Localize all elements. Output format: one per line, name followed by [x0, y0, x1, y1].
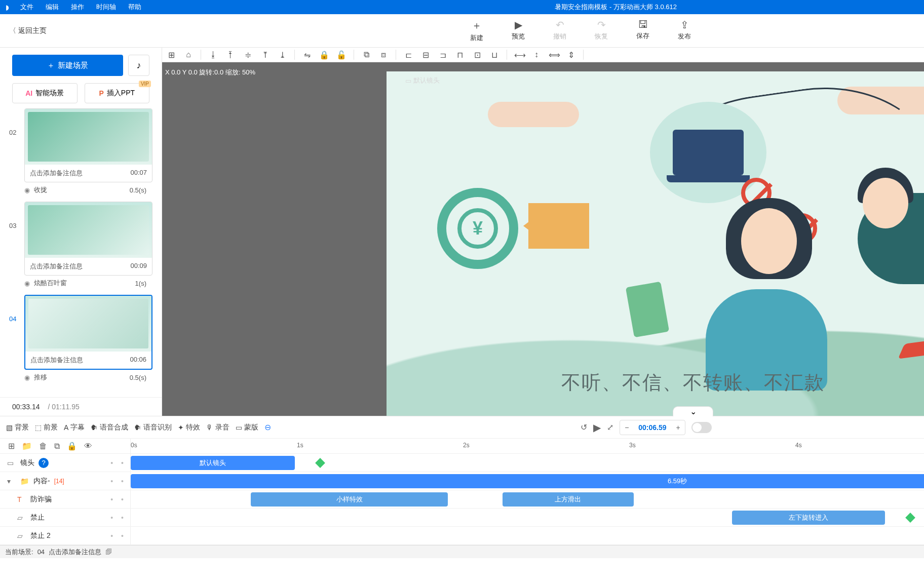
time-plus-button[interactable]: +: [672, 423, 685, 432]
tl-expand-icon[interactable]: ⤢: [607, 422, 613, 432]
align-mid-icon[interactable]: ≑: [243, 50, 253, 60]
clip-slide-top[interactable]: 上方滑出: [503, 492, 634, 507]
align-bottom-icon[interactable]: ⤓: [277, 50, 287, 60]
tl-visibility-icon[interactable]: 👁: [84, 442, 92, 451]
align-left-icon[interactable]: ⊏: [403, 50, 413, 60]
menu-file[interactable]: 文件: [14, 3, 40, 12]
tl-delete-icon[interactable]: 🗑: [39, 442, 47, 451]
statusbar: 当前场景: 04 点击添加备注信息 🗐: [0, 545, 924, 558]
publish-button[interactable]: ⇪发布: [678, 19, 691, 43]
tl-toggle-switch[interactable]: [691, 422, 712, 433]
flip-h-icon[interactable]: ⇋: [302, 50, 312, 60]
tl-subtitle-button[interactable]: A字幕: [64, 423, 85, 432]
scene-card-02[interactable]: 点击添加备注信息00:07: [24, 108, 152, 182]
undo-button[interactable]: ↶撤销: [553, 19, 566, 43]
tl-duplicate-icon[interactable]: ⧉: [54, 442, 60, 451]
time-minus-button[interactable]: −: [620, 423, 633, 432]
scene-card-04[interactable]: 点击添加备注信息00:06: [24, 295, 152, 370]
tl-background-button[interactable]: ▧背景: [6, 423, 29, 432]
total-time: / 01:11.95: [48, 403, 80, 411]
home-icon[interactable]: ⌂: [183, 50, 194, 59]
transition-row[interactable]: ◉收拢0.5(s): [9, 182, 152, 198]
menu-action[interactable]: 操作: [65, 3, 90, 12]
track-content[interactable]: ▾ 📁 内容-[14] ••: [0, 472, 131, 490]
app-logo: ◗: [0, 4, 14, 11]
time-value: 00:06.59: [633, 423, 671, 432]
back-home-button[interactable]: 〈 返回主页: [0, 26, 51, 35]
edit-icon[interactable]: 🗐: [105, 548, 112, 556]
tl-effects-button[interactable]: ✦特效: [178, 423, 200, 432]
image-icon: ▱: [17, 514, 26, 522]
tl-record-button[interactable]: 🎙录音: [206, 423, 229, 432]
scene-thumbnail: [25, 202, 152, 258]
clip-content-duration[interactable]: 6.59秒: [131, 474, 924, 488]
help-icon[interactable]: ?: [38, 458, 49, 468]
play-icon: ▶: [515, 19, 522, 31]
align-down-icon[interactable]: ⭳: [208, 50, 218, 59]
chevron-down-icon[interactable]: ▾: [7, 477, 16, 485]
clip-rotate-in-1[interactable]: 左下旋转进入: [732, 511, 885, 525]
current-time: 00:33.14: [12, 403, 40, 411]
image-icon: ▱: [17, 532, 26, 540]
track-camera[interactable]: ▭ 镜头 ? ••: [0, 454, 131, 472]
align-top-icon[interactable]: ⤒: [260, 50, 270, 60]
tl-foreground-button[interactable]: ⬚前景: [35, 423, 58, 432]
align-vbot-icon[interactable]: ⊔: [489, 50, 499, 60]
tl-mask-button[interactable]: ▭蒙版: [236, 423, 258, 432]
new-button[interactable]: ＋新建: [470, 19, 483, 43]
preview-button[interactable]: ▶预览: [512, 19, 525, 43]
tl-lock-icon[interactable]: 🔒: [67, 441, 77, 451]
keyframe-icon[interactable]: [905, 513, 915, 523]
ungroup-icon[interactable]: ⧈: [378, 50, 389, 59]
main-toolbar: 〈 返回主页 ＋新建 ▶预览 ↶撤销 ↷恢复 🖫保存 ⇪发布 💬用户反馈 🕓历史…: [0, 14, 924, 48]
stage-canvas[interactable]: ¥ 不听、不信、不转账、不汇款: [387, 71, 924, 416]
tl-add-track-icon[interactable]: ⊞: [8, 441, 15, 451]
group-icon[interactable]: ⧉: [361, 50, 371, 59]
tl-folder-icon[interactable]: 📁: [22, 441, 32, 451]
scene-card-03[interactable]: 点击添加备注信息00:09: [24, 202, 152, 276]
timeline-ruler[interactable]: 0s 1s 2s 3s 4s 5s 6s: [131, 439, 924, 453]
dist-h-icon[interactable]: ⟷: [514, 50, 524, 60]
clip-small-fx[interactable]: 小样特效: [251, 492, 447, 507]
vip-badge: VIP: [139, 81, 151, 87]
save-icon: 🖫: [638, 19, 648, 30]
ruler-icon[interactable]: ⊞: [166, 50, 176, 60]
track-forbid-2[interactable]: ▱ 禁止 2 ••: [0, 527, 131, 545]
tl-asr-button[interactable]: 🗣语音识别: [134, 423, 172, 432]
keyframe-icon[interactable]: [315, 458, 325, 468]
track-forbid-1[interactable]: ▱ 禁止 ••: [0, 509, 131, 527]
scene-number: 02: [9, 108, 20, 136]
new-scene-button[interactable]: ＋ 新建场景: [12, 55, 123, 76]
canvas-lens-label: ▭默认镜头: [405, 76, 440, 85]
unlock-icon[interactable]: 🔓: [336, 50, 346, 60]
transition-row[interactable]: ◉推移0.5(s): [9, 370, 152, 385]
fit-width-icon[interactable]: ⟺: [549, 50, 559, 60]
tl-rewind-icon[interactable]: ↺: [581, 422, 587, 432]
scene-list[interactable]: 02 点击添加备注信息00:07 ◉收拢0.5(s) 03 点击添加备注信息00…: [0, 108, 162, 397]
redo-button[interactable]: ↷恢复: [595, 19, 608, 43]
menu-edit[interactable]: 编辑: [40, 3, 65, 12]
menu-help[interactable]: 帮助: [122, 3, 147, 12]
save-button[interactable]: 🖫保存: [636, 19, 649, 43]
align-up-icon[interactable]: ⭱: [225, 50, 236, 59]
align-vtop-icon[interactable]: ⊓: [455, 50, 465, 60]
timeline-tracks[interactable]: 默认镜头 6.59秒 小样特效 上方滑出 左下旋转进入 一直显示 左下旋转进入 …: [131, 454, 924, 545]
align-vmid-icon[interactable]: ⊡: [472, 50, 482, 60]
dist-v-icon[interactable]: ↕: [531, 50, 542, 59]
tl-more-icon[interactable]: ⊖: [264, 422, 271, 432]
smart-scene-button[interactable]: AI 智能场景: [12, 83, 78, 103]
tl-tts-button[interactable]: 🗣语音合成: [91, 423, 128, 432]
lock-icon[interactable]: 🔒: [319, 50, 329, 60]
tl-play-icon[interactable]: ▶: [593, 421, 601, 434]
insert-ppt-button[interactable]: P 插入PPT VIP: [85, 83, 150, 103]
scene-music-button[interactable]: ♪: [128, 55, 149, 76]
clip-default-lens[interactable]: 默认镜头: [131, 456, 295, 470]
align-right-icon[interactable]: ⊐: [438, 50, 448, 60]
timeline-collapse-toggle[interactable]: ⌄: [673, 406, 713, 416]
track-text[interactable]: T 防诈骗 ••: [0, 490, 131, 509]
menu-timeline[interactable]: 时间轴: [90, 3, 122, 12]
fit-height-icon[interactable]: ⇕: [566, 50, 576, 60]
plus-icon: ＋: [472, 19, 482, 32]
align-center-icon[interactable]: ⊟: [420, 50, 431, 60]
transition-row[interactable]: ◉炫酷百叶窗1(s): [9, 276, 152, 291]
